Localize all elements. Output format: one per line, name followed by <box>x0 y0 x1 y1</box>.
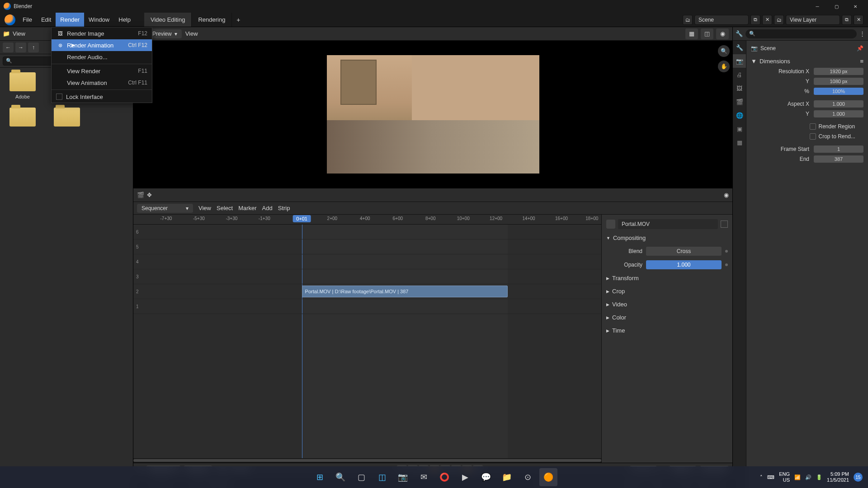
taskbar-app[interactable]: 💬 <box>477 468 495 486</box>
props-editor-type-icon[interactable]: 🔧 <box>736 30 743 37</box>
clock[interactable]: 5:09 PM11/5/2021 <box>827 471 849 483</box>
seq-marker-menu[interactable]: Marker <box>238 205 256 211</box>
scene-copy-icon[interactable]: ⧉ <box>750 15 760 25</box>
timeline-scrollbar[interactable] <box>133 458 601 463</box>
view-render-item[interactable]: View Render F11 <box>52 65 152 77</box>
preview-viewport[interactable]: 🔍 ✋ <box>133 41 732 188</box>
search-button[interactable]: 🔍 <box>331 468 349 486</box>
color-panel-header[interactable]: ▶Color <box>606 312 728 323</box>
menu-render[interactable]: Render <box>56 13 84 27</box>
preview-view-menu[interactable]: View <box>185 30 198 37</box>
timeline-tracks[interactable]: 6 5 4 3 2 Portal.MOV | D:\Raw footage\Po… <box>133 225 601 458</box>
menu-window[interactable]: Window <box>84 13 114 27</box>
taskbar-app[interactable]: 📷 <box>394 468 412 486</box>
seq-tool-icon[interactable]: ✥ <box>147 192 152 198</box>
list-icon[interactable]: ≡ <box>860 58 863 65</box>
lock-interface-item[interactable]: Lock Interface <box>52 91 152 103</box>
render-region-checkbox[interactable] <box>810 123 816 130</box>
compositing-panel-header[interactable]: ▼ Compositing <box>606 233 728 243</box>
frame-end-field[interactable]: 387 <box>814 155 863 163</box>
blend-mode-selector[interactable]: Cross <box>646 247 722 256</box>
folder-item[interactable] <box>5 108 41 127</box>
tray-chevron-icon[interactable]: ˄ <box>760 474 763 480</box>
props-tab-texture[interactable]: ▦ <box>733 136 746 149</box>
keyframe-dot[interactable] <box>725 250 728 253</box>
fb-view-menu[interactable]: View <box>13 30 25 37</box>
crop-panel-header[interactable]: ▶Crop <box>606 286 728 296</box>
seq-strip-menu[interactable]: Strip <box>278 205 290 211</box>
notification-badge[interactable]: 15 <box>854 473 863 482</box>
maximize-button[interactable]: ▢ <box>827 1 845 12</box>
aspect-y-field[interactable]: 1.000 <box>814 110 863 117</box>
viewlayer-browse-icon[interactable]: 🗂 <box>774 15 784 25</box>
props-tab-object[interactable]: ▣ <box>733 122 746 136</box>
props-tab-world[interactable]: 🌐 <box>733 108 746 122</box>
taskbar-app[interactable]: ⊙ <box>519 468 537 486</box>
widgets-button[interactable]: ◫ <box>373 468 391 486</box>
strip-mute-toggle[interactable] <box>721 221 728 228</box>
folder-item[interactable] <box>49 108 85 127</box>
pan-icon[interactable]: ✋ <box>718 61 730 72</box>
resolution-y-field[interactable]: 1080 px <box>814 78 863 85</box>
dimensions-panel-header[interactable]: ▼ Dimensions ≡ <box>751 56 863 66</box>
seq-shading-icon[interactable]: ◉ <box>724 192 729 198</box>
render-image-item[interactable]: 🖼 Render Image F12 <box>52 28 152 39</box>
props-tab-output[interactable]: 🖨 <box>733 68 746 81</box>
close-button[interactable]: ✕ <box>846 1 864 12</box>
zoom-icon[interactable]: 🔍 <box>718 45 730 57</box>
fb-editor-type-icon[interactable]: 📁 <box>3 30 10 37</box>
tray-keyboard-icon[interactable]: ⌨ <box>767 474 774 480</box>
props-breadcrumb[interactable]: Scene <box>760 45 776 52</box>
menu-help[interactable]: Help <box>114 13 135 27</box>
folder-item[interactable]: Adobe <box>5 72 41 99</box>
windows-taskbar[interactable]: ⊞ 🔍 ▢ ◫ 📷 ✉ ⭕ ▶ 💬 📁 ⊙ 🟠 ˄ ⌨ ENGUS 📶 🔊 🔋 … <box>0 466 868 488</box>
seq-editor-type-icon[interactable]: 🎬 <box>137 192 144 198</box>
battery-icon[interactable]: 🔋 <box>816 474 822 480</box>
seq-view-menu[interactable]: View <box>198 205 211 211</box>
menu-edit[interactable]: Edit <box>37 13 56 27</box>
video-strip[interactable]: Portal.MOV | D:\Raw footage\Portal.MOV |… <box>302 286 508 297</box>
viewlayer-delete-icon[interactable]: ✕ <box>854 15 863 25</box>
workspace-tab-rendering[interactable]: Rendering <box>192 13 232 27</box>
menu-file[interactable]: File <box>18 13 37 27</box>
fb-forward-button[interactable]: → <box>15 42 26 52</box>
fb-file-list[interactable]: Adobe Blackmagic ... <box>0 68 133 488</box>
strip-name-field[interactable]: Portal.MOV <box>618 219 718 229</box>
taskbar-app[interactable]: 📁 <box>498 468 516 486</box>
keyframe-dot[interactable] <box>725 263 728 266</box>
resolution-x-field[interactable]: 1920 px <box>814 68 863 75</box>
seq-select-menu[interactable]: Select <box>217 205 233 211</box>
pin-icon[interactable]: 📌 <box>857 45 863 52</box>
taskbar-app[interactable]: ⭕ <box>435 468 453 486</box>
props-tab-render[interactable]: 📷 <box>733 54 746 68</box>
sequencer-mode-selector[interactable]: Sequencer▾ <box>137 204 193 213</box>
minimize-button[interactable]: ─ <box>808 1 826 12</box>
preview-display-icon[interactable]: ▦ <box>685 28 698 39</box>
props-tab-scene[interactable]: 🎬 <box>733 95 746 108</box>
seq-add-menu[interactable]: Add <box>262 205 273 211</box>
add-workspace-button[interactable]: + <box>232 13 245 27</box>
taskbar-app[interactable]: ✉ <box>415 468 433 486</box>
scene-name-field[interactable]: Scene <box>694 15 749 25</box>
render-audio-item[interactable]: Render Audio... <box>52 51 152 63</box>
viewlayer-copy-icon[interactable]: ⧉ <box>842 15 852 25</box>
props-options-icon[interactable]: ⋮ <box>859 30 865 37</box>
preview-mode-selector[interactable]: Preview▾ <box>148 29 182 38</box>
props-tab-tool[interactable]: 🔧 <box>733 41 746 54</box>
taskbar-app[interactable]: ▶ <box>456 468 474 486</box>
resolution-percent-slider[interactable]: 100% <box>814 88 863 95</box>
time-panel-header[interactable]: ▶Time <box>606 325 728 336</box>
frame-start-field[interactable]: 1 <box>814 145 863 153</box>
aspect-x-field[interactable]: 1.000 <box>814 100 863 108</box>
preview-overlay-icon[interactable]: ◫ <box>701 28 713 39</box>
app-icon[interactable] <box>5 14 15 25</box>
taskview-button[interactable]: ▢ <box>352 468 370 486</box>
props-tab-viewlayer[interactable]: 🖼 <box>733 81 746 95</box>
start-button[interactable]: ⊞ <box>311 468 329 486</box>
wifi-icon[interactable]: 📶 <box>794 474 801 480</box>
render-animation-item[interactable]: ⊛ Render Animation Ctrl F12 <box>52 39 152 51</box>
opacity-slider[interactable]: 1.000 <box>646 260 722 269</box>
scene-delete-icon[interactable]: ✕ <box>762 15 772 25</box>
preview-gizmo-icon[interactable]: ◉ <box>716 28 729 39</box>
volume-icon[interactable]: 🔊 <box>805 474 811 480</box>
